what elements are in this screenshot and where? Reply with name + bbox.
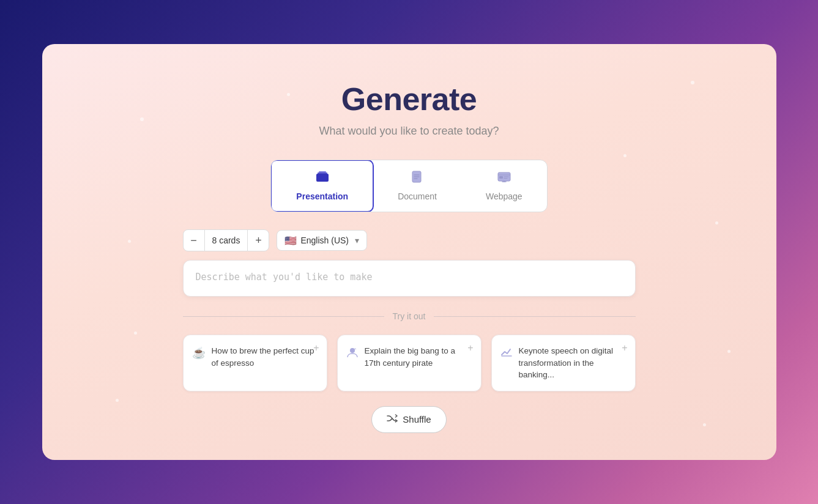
dot-7 [134, 332, 137, 335]
tab-document-label: Document [398, 191, 437, 201]
shuffle-icon [387, 413, 398, 426]
page-title: Generate [341, 81, 477, 117]
flag-icon: 🇺🇸 [284, 235, 297, 246]
svg-rect-1 [318, 172, 327, 174]
presentation-icon [315, 171, 330, 188]
dot-9 [727, 350, 731, 353]
controls-row: − 8 cards + 🇺🇸 English (US) ▾ [183, 229, 368, 251]
count-minus-button[interactable]: − [184, 230, 204, 251]
divider-right [434, 316, 635, 317]
suggestion-icon-2 [500, 346, 513, 361]
page-subtitle: What would you like to create today? [319, 125, 499, 138]
tab-document[interactable]: Document [373, 160, 461, 212]
tab-webpage-label: Webpage [486, 191, 522, 201]
language-selector[interactable]: 🇺🇸 English (US) ▾ [277, 230, 367, 251]
suggestion-text-2: Keynote speech on digital transformation… [519, 345, 625, 381]
dot-8 [116, 399, 119, 402]
svg-rect-9 [499, 176, 503, 179]
shuffle-button[interactable]: Shuffle [371, 406, 446, 433]
document-icon [411, 171, 424, 188]
tab-presentation[interactable]: Presentation [270, 160, 374, 212]
webpage-icon [497, 171, 511, 188]
dot-2 [287, 93, 290, 96]
tab-presentation-label: Presentation [296, 191, 348, 201]
count-value: 8 cards [204, 230, 248, 251]
svg-rect-2 [319, 171, 326, 172]
dot-4 [691, 81, 694, 84]
dot-5 [715, 221, 718, 224]
divider-left [183, 316, 384, 317]
suggestion-add-2[interactable]: + [622, 343, 627, 354]
divider-label: Try it out [393, 311, 426, 321]
suggestion-card-2[interactable]: Keynote speech on digital transformation… [491, 335, 636, 391]
dot-3 [623, 154, 627, 157]
svg-rect-0 [316, 174, 329, 182]
tab-webpage[interactable]: Webpage [461, 160, 547, 212]
suggestion-icon-0: ☕ [192, 346, 206, 360]
dot-1 [140, 117, 144, 121]
suggestion-icon-1 [346, 346, 359, 361]
svg-point-14 [350, 348, 355, 353]
description-input[interactable] [183, 260, 636, 297]
dot-10 [703, 423, 706, 426]
suggestion-card-0[interactable]: ☕ How to brew the perfect cup of espress… [183, 335, 327, 391]
type-selector: Presentation Document [270, 160, 547, 212]
count-control: − 8 cards + [183, 229, 270, 251]
shuffle-label: Shuffle [403, 414, 431, 424]
suggestion-add-0[interactable]: + [313, 343, 319, 354]
suggestion-text-0: How to brew the perfect cup of espresso [212, 345, 317, 369]
language-label: English (US) [300, 235, 349, 245]
main-card: Generate What would you like to create t… [42, 44, 776, 460]
suggestion-add-1[interactable]: + [467, 343, 473, 354]
suggestion-text-1: Explain the big bang to a 17th century p… [365, 345, 471, 369]
divider-row: Try it out [183, 311, 636, 321]
dot-6 [128, 240, 131, 243]
suggestion-card-1[interactable]: Explain the big bang to a 17th century p… [337, 335, 482, 391]
count-plus-button[interactable]: + [248, 230, 269, 251]
suggestions-row: ☕ How to brew the perfect cup of espress… [183, 335, 636, 391]
chevron-down-icon: ▾ [355, 235, 359, 245]
